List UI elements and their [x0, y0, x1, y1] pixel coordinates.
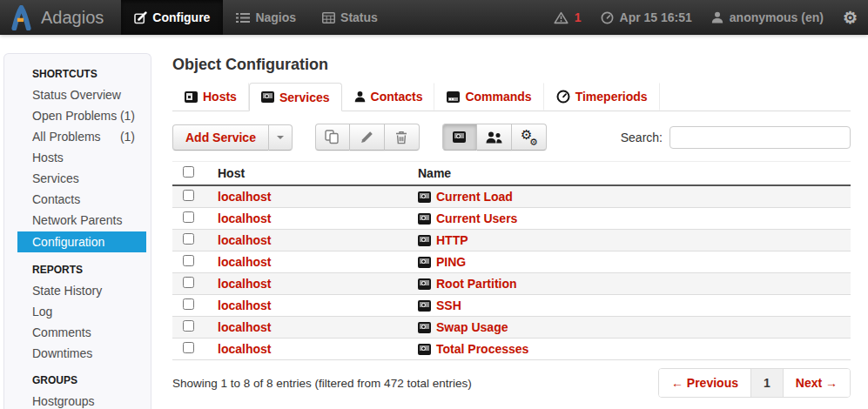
service-link[interactable]: Root Partition	[436, 277, 517, 291]
clock-icon	[556, 90, 570, 104]
command-icon	[447, 91, 460, 103]
host-link[interactable]: localhost	[218, 277, 271, 291]
top-navbar: Adagios Configure Nagios Status 1	[0, 0, 868, 35]
select-all-checkbox[interactable]	[183, 166, 194, 178]
host-link[interactable]: localhost	[218, 233, 271, 247]
table-header-row: Host Name	[172, 162, 851, 186]
sidebar-item-downtimes[interactable]: Downtimes	[4, 343, 151, 364]
tab-label: Services	[279, 91, 330, 104]
tab-contacts[interactable]: Contacts	[342, 83, 435, 111]
nav-item-nagios[interactable]: Nagios	[223, 0, 309, 35]
nav-item-label: Configure	[152, 10, 210, 24]
object-tabs: Hosts Services Contacts Commands Timeper…	[172, 83, 851, 111]
row-checkbox[interactable]	[183, 190, 194, 201]
host-link[interactable]: localhost	[218, 320, 271, 334]
sidebar-item-state-history[interactable]: State History	[4, 280, 151, 301]
row-checkbox[interactable]	[183, 298, 194, 310]
sidebar-item-status-overview[interactable]: Status Overview	[4, 84, 151, 105]
user-menu[interactable]: anonymous (en)	[730, 10, 824, 24]
tab-services[interactable]: Services	[249, 83, 342, 111]
column-header-host[interactable]: Host	[211, 162, 411, 186]
sidebar-item-open-problems[interactable]: Open Problems(1)	[4, 105, 151, 126]
service-icon	[453, 131, 466, 143]
row-checkbox[interactable]	[183, 342, 194, 353]
table-row: localhost HTTP	[172, 230, 851, 251]
table-row: localhost Root Partition	[172, 273, 851, 295]
service-icon	[418, 191, 431, 203]
sidebar-item-label: All Problems	[32, 130, 101, 144]
alert-count-badge[interactable]: 1	[575, 10, 582, 24]
nav-item-label: Nagios	[255, 10, 296, 24]
delete-button[interactable]	[385, 124, 420, 151]
previous-page-button[interactable]: ← Previous	[659, 369, 750, 397]
sidebar-item-hosts[interactable]: Hosts	[4, 147, 151, 168]
host-link[interactable]: localhost	[218, 211, 271, 225]
sidebar-item-label: Status Overview	[32, 88, 121, 102]
sidebar-heading-reports: REPORTS	[4, 253, 151, 280]
pagination: ← Previous 1 Next →	[658, 368, 851, 398]
search-area: Search:	[621, 126, 851, 149]
tab-hosts[interactable]: Hosts	[172, 83, 249, 111]
current-page-button[interactable]: 1	[750, 369, 783, 397]
list-icon	[236, 12, 250, 23]
add-service-button[interactable]: Add Service	[172, 124, 269, 151]
settings-view-button[interactable]: ⚙ ⚙	[512, 124, 547, 151]
sidebar-item-services[interactable]: Services	[4, 168, 151, 189]
warning-icon[interactable]	[554, 11, 569, 24]
row-checkbox[interactable]	[183, 233, 194, 245]
next-page-button[interactable]: Next →	[783, 369, 850, 397]
row-checkbox[interactable]	[183, 320, 194, 332]
tab-timeperiods[interactable]: Timeperiods	[544, 83, 660, 111]
search-input[interactable]	[670, 126, 851, 149]
row-checkbox[interactable]	[183, 277, 194, 288]
entries-summary: Showing 1 to 8 of 8 entries (filtered fr…	[172, 377, 472, 390]
edit-button-group	[315, 124, 420, 151]
copy-button[interactable]	[315, 124, 350, 151]
sidebar-item-contacts[interactable]: Contacts	[4, 189, 151, 210]
sidebar-heading-shortcuts: SHORTCUTS	[4, 57, 151, 84]
service-link[interactable]: HTTP	[436, 233, 468, 247]
sidebar-item-all-problems[interactable]: All Problems(1)	[4, 126, 151, 147]
edit-button[interactable]	[350, 124, 385, 151]
host-link[interactable]: localhost	[218, 342, 271, 356]
service-icon	[418, 322, 431, 333]
people-view-button[interactable]	[477, 124, 512, 151]
sidebar-item-comments[interactable]: Comments	[4, 322, 151, 343]
sidebar-item-label: Hostgroups	[32, 394, 95, 408]
sidebar-item-log[interactable]: Log	[4, 301, 151, 322]
host-link[interactable]: localhost	[218, 190, 271, 204]
row-checkbox[interactable]	[183, 255, 194, 266]
sidebar-item-label: Open Problems	[32, 109, 117, 123]
column-header-name[interactable]: Name	[411, 162, 851, 186]
row-checkbox[interactable]	[183, 211, 194, 223]
sidebar-item-label: Services	[32, 171, 79, 185]
host-link[interactable]: localhost	[218, 255, 271, 269]
gears-icon: ⚙ ⚙	[521, 130, 537, 144]
sidebar-item-configuration[interactable]: Configuration	[17, 231, 146, 252]
sidebar-item-label: Configuration	[32, 235, 104, 249]
add-service-dropdown-button[interactable]	[269, 124, 293, 151]
sidebar-item-network-parents[interactable]: Network Parents	[4, 210, 151, 231]
sidebar-item-label: Comments	[32, 325, 91, 339]
brand-link[interactable]: Adagios	[0, 0, 121, 35]
service-link[interactable]: PING	[436, 255, 466, 269]
service-icon	[418, 257, 431, 268]
host-link[interactable]: localhost	[218, 298, 271, 312]
sidebar-item-hostgroups[interactable]: Hostgroups	[4, 391, 151, 409]
datetime-label: Apr 15 16:51	[620, 10, 692, 24]
gear-icon[interactable]: ⚙	[843, 10, 858, 26]
main-content: Object Configuration Hosts Services Cont…	[172, 52, 851, 398]
table-row: localhost SSH	[172, 295, 851, 317]
table-footer: Showing 1 to 8 of 8 entries (filtered fr…	[172, 368, 851, 398]
nav-item-status[interactable]: Status	[309, 0, 391, 35]
table-row: localhost Total Processes	[172, 339, 851, 360]
services-view-button[interactable]	[442, 124, 477, 151]
service-link[interactable]: Current Load	[436, 190, 513, 204]
service-link[interactable]: Total Processes	[436, 342, 528, 356]
tab-commands[interactable]: Commands	[434, 83, 543, 111]
nav-item-configure[interactable]: Configure	[121, 0, 223, 35]
service-link[interactable]: SSH	[436, 298, 461, 312]
service-link[interactable]: Swap Usage	[436, 320, 508, 334]
service-link[interactable]: Current Users	[436, 211, 517, 225]
table-row: localhost Current Users	[172, 208, 851, 230]
